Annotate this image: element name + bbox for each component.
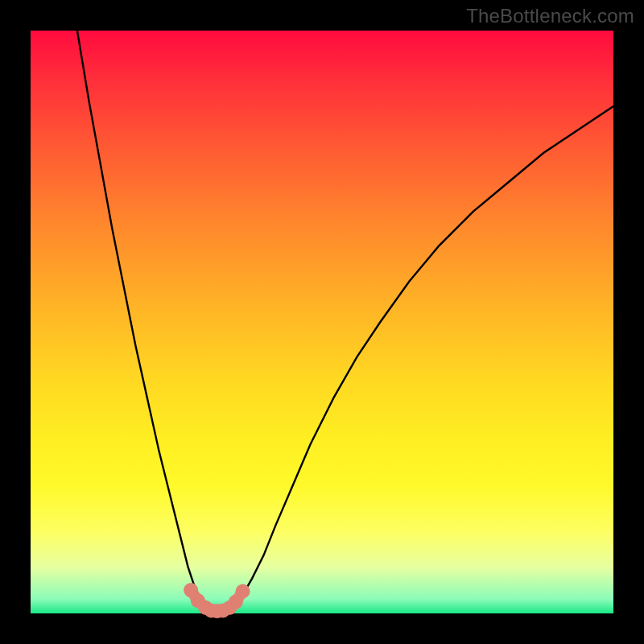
chart-frame: TheBottleneck.com: [0, 0, 644, 644]
plot-area: [31, 31, 613, 613]
watermark-text: TheBottleneck.com: [466, 5, 634, 27]
valley-dot: [236, 584, 250, 598]
right-branch-curve: [234, 106, 613, 608]
left-branch-curve: [77, 31, 205, 608]
curve-svg: [31, 31, 613, 613]
